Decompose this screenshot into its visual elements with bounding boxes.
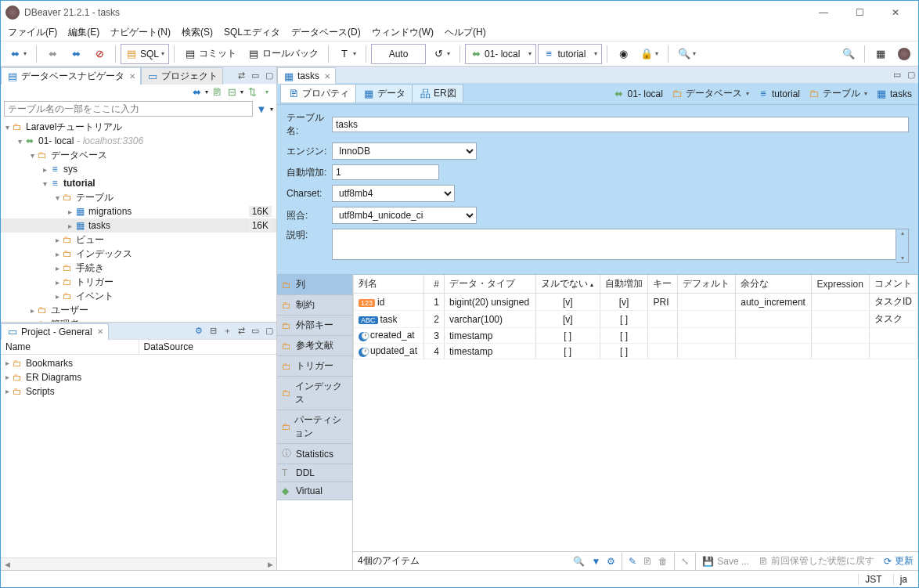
sidetab-ddl[interactable]: TDDL (277, 464, 352, 482)
sidetab-partitions[interactable]: 🗀パーティション (277, 410, 352, 444)
new-connection-button[interactable]: ⬌▾ (4, 44, 31, 64)
tree-item-triggers[interactable]: トリガー (76, 276, 114, 289)
search-icon[interactable]: 🔍 (570, 556, 588, 567)
select-collation[interactable]: utf8mb4_unicode_ci (332, 207, 477, 224)
input-table-name[interactable] (332, 117, 909, 132)
history-button[interactable]: ↺▾ (427, 44, 455, 64)
tree-item-sys[interactable]: sys (63, 164, 77, 175)
tree-item-views[interactable]: ビュー (76, 233, 104, 247)
project-scripts[interactable]: Scripts (26, 386, 55, 397)
editor-tab-tasks[interactable]: ▦tasks✕ (277, 67, 336, 84)
columns-grid[interactable]: 列名 # データ・タイプ ヌルでない ▴ 自動増加 キー デフォルト 余分な E… (353, 275, 918, 551)
table-row[interactable]: 123id1bigint(20) unsigned[v][v]PRIauto_i… (354, 294, 918, 311)
commit-mode-select[interactable]: Auto (371, 44, 426, 64)
sidetab-triggers[interactable]: 🗀トリガー (277, 356, 352, 377)
grid-h-default[interactable]: デフォルト (678, 275, 736, 294)
minimize-view-icon[interactable]: ▭ (250, 325, 261, 336)
menu-window[interactable]: ウィンドウ(W) (366, 23, 439, 41)
bc-tasks[interactable]: ▦tasks (872, 86, 915, 102)
menu-file[interactable]: ファイル(F) (2, 23, 63, 41)
sql-editor-button[interactable]: ▤SQL▾ (121, 44, 169, 64)
maximize-view-icon[interactable]: ▢ (264, 70, 275, 81)
project-erdiagrams[interactable]: ER Diagrams (26, 372, 81, 383)
menu-sql[interactable]: SQLエディタ (218, 23, 286, 41)
tree-item-databases[interactable]: データベース (51, 149, 107, 162)
gear-icon[interactable]: ⚙ (193, 325, 204, 336)
tree-item-root[interactable]: Laravelチュートリアル (26, 121, 122, 134)
clone-icon[interactable]: 🖹 (640, 556, 655, 567)
lock-button[interactable]: 🔒▾ (636, 44, 663, 64)
save-icon[interactable]: 💾 (699, 556, 717, 567)
table-row[interactable]: 🕐created_at3timestamp[ ][ ] (354, 328, 918, 344)
bc-tables[interactable]: 🗀テーブル▾ (805, 85, 870, 102)
edit-icon[interactable]: ✎ (625, 556, 640, 567)
grid-h-key[interactable]: キー (648, 275, 678, 294)
bc-tutorial[interactable]: ≡tutorial (754, 86, 803, 102)
new-conn-icon[interactable]: ⬌ (190, 85, 203, 98)
scrollbar[interactable]: ◀▶ (1, 557, 276, 570)
dashboard-button[interactable]: ◉ (612, 44, 634, 64)
global-search-button[interactable]: 🔍 (838, 44, 860, 64)
expand-icon[interactable]: ⤡ (678, 556, 692, 567)
link-icon[interactable]: ⇄ (236, 70, 247, 81)
close-icon[interactable]: ✕ (324, 72, 330, 81)
subtab-er[interactable]: 品ER図 (412, 84, 463, 103)
table-row[interactable]: 🕐updated_at4timestamp[ ][ ] (354, 344, 918, 359)
grid-h-name[interactable]: 列名 (354, 275, 424, 294)
connect-button[interactable]: ⬌ (41, 44, 63, 64)
menu-search[interactable]: 検索(S) (176, 23, 218, 41)
sidetab-virtual[interactable]: ◆Virtual (277, 482, 352, 500)
maximize-view-icon[interactable]: ▢ (264, 325, 275, 336)
project-tree[interactable]: ▸🗀Bookmarks ▸🗀ER Diagrams ▸🗀Scripts (1, 355, 276, 558)
project-bookmarks[interactable]: Bookmarks (26, 358, 73, 369)
sidetab-columns[interactable]: 🗀列 (277, 275, 352, 295)
rollback-button[interactable]: ▤ロールバック (243, 44, 323, 64)
tree-item-events[interactable]: イベント (76, 290, 114, 303)
disconnect-button[interactable]: ⬌ (65, 44, 87, 64)
refresh-icon[interactable]: ⟳ (881, 556, 895, 567)
add-icon[interactable]: ＋ (222, 325, 232, 336)
search-toolbar-button[interactable]: 🔍▾ (673, 44, 701, 64)
maximize-view-icon[interactable]: ▢ (906, 70, 917, 81)
tree-item-connection[interactable]: 01- local (38, 135, 74, 146)
funnel-icon[interactable]: ▼ (255, 103, 268, 115)
tree-item-indexes[interactable]: インデックス (76, 247, 132, 261)
link-icon[interactable]: ⇄ (236, 325, 247, 336)
navigator-tree[interactable]: ▾🗀Laravelチュートリアル ▾⬌01- local- localhost:… (1, 118, 276, 322)
delete-icon[interactable]: 🗑 (655, 556, 671, 567)
revert-icon[interactable]: 🖹 (755, 556, 771, 567)
textarea-description[interactable] (332, 229, 896, 260)
menu-database[interactable]: データベース(D) (286, 23, 366, 41)
tx-mode-button[interactable]: T▾ (333, 44, 361, 64)
commit-button[interactable]: ▤コミット (179, 44, 241, 64)
grid-h-num[interactable]: # (424, 275, 445, 294)
sidetab-indexes[interactable]: 🗀インデックス (277, 377, 352, 410)
gear-icon[interactable]: ⚙ (604, 556, 618, 567)
tab-project[interactable]: ▭プロジェクト (141, 67, 223, 85)
collapse-icon[interactable]: ⊟ (225, 85, 238, 98)
connection-select[interactable]: ⬌01- local▾ (465, 44, 536, 64)
tab-db-navigator[interactable]: ▤データベースナビゲータ✕ (1, 67, 141, 85)
close-icon[interactable]: ✕ (129, 72, 135, 81)
minimize-button[interactable]: — (805, 1, 842, 24)
grid-h-notnull[interactable]: ヌルでない ▴ (535, 275, 600, 294)
project-tab[interactable]: ▭Project - General✕ (1, 323, 109, 340)
grid-h-type[interactable]: データ・タイプ (445, 275, 536, 294)
close-button[interactable]: ✕ (878, 1, 914, 24)
sidetab-fk[interactable]: 🗀外部キー (277, 316, 352, 336)
minimize-view-icon[interactable]: ▭ (892, 70, 903, 81)
collapse-icon[interactable]: ⊟ (207, 325, 218, 336)
menu-edit[interactable]: 編集(E) (63, 23, 105, 41)
grid-h-comment[interactable]: コメント (869, 275, 917, 294)
app-icon[interactable] (893, 44, 915, 64)
maximize-button[interactable]: ☐ (842, 1, 878, 24)
bc-connection[interactable]: ⬌01- local (610, 86, 666, 102)
select-engine[interactable]: InnoDB (332, 142, 477, 160)
input-autoinc[interactable] (332, 164, 439, 180)
database-select[interactable]: ≡tutorial▾ (538, 44, 602, 64)
close-icon[interactable]: ✕ (97, 327, 103, 336)
tree-item-users[interactable]: ユーザー (51, 304, 88, 317)
filter-icon[interactable]: ⇅ (246, 85, 258, 98)
funnel-icon[interactable]: ▼ (588, 556, 604, 567)
sidetab-refs[interactable]: 🗀参考文献 (277, 336, 352, 356)
